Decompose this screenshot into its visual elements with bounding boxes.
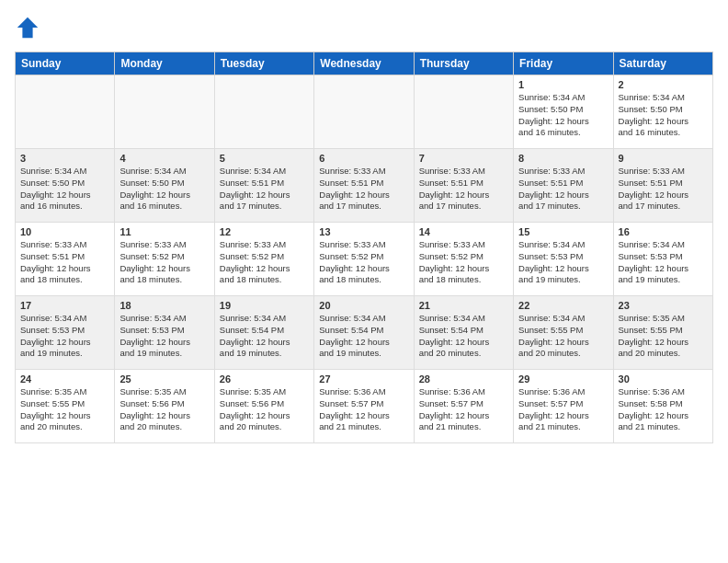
- calendar-cell: 27Sunrise: 5:36 AM Sunset: 5:57 PM Dayli…: [314, 370, 414, 443]
- calendar-cell: 9Sunrise: 5:33 AM Sunset: 5:51 PM Daylig…: [613, 149, 712, 223]
- calendar-cell: 17Sunrise: 5:34 AM Sunset: 5:53 PM Dayli…: [16, 296, 115, 370]
- day-info: Sunrise: 5:34 AM Sunset: 5:54 PM Dayligh…: [419, 313, 508, 360]
- day-number: 28: [419, 373, 508, 385]
- svg-marker-0: [17, 17, 38, 38]
- calendar-cell: 7Sunrise: 5:33 AM Sunset: 5:51 PM Daylig…: [414, 149, 513, 223]
- day-info: Sunrise: 5:35 AM Sunset: 5:55 PM Dayligh…: [20, 386, 109, 433]
- day-info: Sunrise: 5:35 AM Sunset: 5:56 PM Dayligh…: [119, 386, 209, 433]
- day-info: Sunrise: 5:34 AM Sunset: 5:53 PM Dayligh…: [619, 239, 708, 286]
- calendar-cell: 1Sunrise: 5:34 AM Sunset: 5:50 PM Daylig…: [514, 75, 613, 149]
- day-number: 1: [518, 79, 608, 90]
- calendar-cell: 5Sunrise: 5:34 AM Sunset: 5:51 PM Daylig…: [214, 149, 313, 223]
- day-number: 26: [220, 373, 309, 385]
- calendar-cell: 15Sunrise: 5:34 AM Sunset: 5:53 PM Dayli…: [514, 223, 613, 296]
- day-number: 10: [20, 226, 109, 237]
- day-number: 23: [619, 300, 708, 311]
- day-header-thursday: Thursday: [414, 52, 513, 75]
- calendar-week-5: 24Sunrise: 5:35 AM Sunset: 5:55 PM Dayli…: [16, 370, 713, 443]
- calendar-cell: 30Sunrise: 5:36 AM Sunset: 5:58 PM Dayli…: [613, 370, 712, 443]
- day-info: Sunrise: 5:36 AM Sunset: 5:58 PM Dayligh…: [619, 386, 708, 433]
- calendar-cell: 14Sunrise: 5:33 AM Sunset: 5:52 PM Dayli…: [414, 223, 513, 296]
- day-number: 12: [220, 226, 309, 237]
- day-info: Sunrise: 5:34 AM Sunset: 5:50 PM Dayligh…: [20, 166, 109, 213]
- day-info: Sunrise: 5:34 AM Sunset: 5:53 PM Dayligh…: [518, 239, 608, 286]
- day-info: Sunrise: 5:33 AM Sunset: 5:51 PM Dayligh…: [20, 239, 109, 286]
- calendar-week-1: 1Sunrise: 5:34 AM Sunset: 5:50 PM Daylig…: [16, 75, 713, 149]
- calendar-cell: [115, 75, 214, 149]
- calendar-cell: 25Sunrise: 5:35 AM Sunset: 5:56 PM Dayli…: [115, 370, 214, 443]
- day-info: Sunrise: 5:34 AM Sunset: 5:50 PM Dayligh…: [119, 166, 209, 213]
- calendar-cell: [314, 75, 414, 149]
- calendar-week-3: 10Sunrise: 5:33 AM Sunset: 5:51 PM Dayli…: [16, 223, 713, 296]
- calendar-cell: 23Sunrise: 5:35 AM Sunset: 5:55 PM Dayli…: [613, 296, 712, 370]
- day-number: 30: [619, 373, 708, 385]
- day-number: 18: [119, 300, 209, 311]
- calendar-cell: [16, 75, 115, 149]
- day-number: 19: [220, 300, 309, 311]
- day-number: 11: [119, 226, 209, 237]
- day-number: 5: [220, 153, 309, 164]
- day-info: Sunrise: 5:34 AM Sunset: 5:54 PM Dayligh…: [319, 313, 408, 360]
- day-info: Sunrise: 5:34 AM Sunset: 5:54 PM Dayligh…: [220, 313, 309, 360]
- day-number: 16: [619, 226, 708, 237]
- day-header-tuesday: Tuesday: [214, 52, 313, 75]
- calendar-cell: 20Sunrise: 5:34 AM Sunset: 5:54 PM Dayli…: [314, 296, 414, 370]
- calendar-cell: 12Sunrise: 5:33 AM Sunset: 5:52 PM Dayli…: [214, 223, 313, 296]
- day-header-sunday: Sunday: [16, 52, 115, 75]
- day-number: 8: [518, 153, 608, 164]
- calendar-cell: 29Sunrise: 5:36 AM Sunset: 5:57 PM Dayli…: [514, 370, 613, 443]
- calendar-cell: 19Sunrise: 5:34 AM Sunset: 5:54 PM Dayli…: [214, 296, 313, 370]
- day-info: Sunrise: 5:36 AM Sunset: 5:57 PM Dayligh…: [518, 386, 608, 433]
- logo-icon: [15, 15, 40, 40]
- calendar-cell: [414, 75, 513, 149]
- calendar-cell: 8Sunrise: 5:33 AM Sunset: 5:51 PM Daylig…: [514, 149, 613, 223]
- calendar-cell: [214, 75, 313, 149]
- day-info: Sunrise: 5:34 AM Sunset: 5:53 PM Dayligh…: [20, 313, 109, 360]
- calendar-week-2: 3Sunrise: 5:34 AM Sunset: 5:50 PM Daylig…: [16, 149, 713, 223]
- day-number: 15: [518, 226, 608, 237]
- day-number: 4: [119, 153, 209, 164]
- day-info: Sunrise: 5:36 AM Sunset: 5:57 PM Dayligh…: [319, 386, 408, 433]
- day-number: 21: [419, 300, 508, 311]
- day-number: 2: [619, 79, 708, 90]
- day-info: Sunrise: 5:34 AM Sunset: 5:55 PM Dayligh…: [518, 313, 608, 360]
- day-info: Sunrise: 5:34 AM Sunset: 5:50 PM Dayligh…: [518, 92, 608, 139]
- calendar-cell: 24Sunrise: 5:35 AM Sunset: 5:55 PM Dayli…: [16, 370, 115, 443]
- day-number: 27: [319, 373, 408, 385]
- calendar-cell: 6Sunrise: 5:33 AM Sunset: 5:51 PM Daylig…: [314, 149, 414, 223]
- day-number: 13: [319, 226, 408, 237]
- day-info: Sunrise: 5:33 AM Sunset: 5:52 PM Dayligh…: [220, 239, 309, 286]
- calendar-cell: 16Sunrise: 5:34 AM Sunset: 5:53 PM Dayli…: [613, 223, 712, 296]
- day-number: 20: [319, 300, 408, 311]
- logo: [15, 15, 44, 40]
- calendar-table: SundayMondayTuesdayWednesdayThursdayFrid…: [15, 52, 713, 443]
- day-number: 24: [20, 373, 109, 385]
- day-info: Sunrise: 5:33 AM Sunset: 5:51 PM Dayligh…: [619, 166, 708, 213]
- day-number: 25: [119, 373, 209, 385]
- day-info: Sunrise: 5:33 AM Sunset: 5:52 PM Dayligh…: [119, 239, 209, 286]
- calendar-cell: 22Sunrise: 5:34 AM Sunset: 5:55 PM Dayli…: [514, 296, 613, 370]
- day-header-wednesday: Wednesday: [314, 52, 414, 75]
- calendar-cell: 13Sunrise: 5:33 AM Sunset: 5:52 PM Dayli…: [314, 223, 414, 296]
- day-info: Sunrise: 5:34 AM Sunset: 5:51 PM Dayligh…: [220, 166, 309, 213]
- day-info: Sunrise: 5:34 AM Sunset: 5:53 PM Dayligh…: [119, 313, 209, 360]
- day-header-monday: Monday: [115, 52, 214, 75]
- day-number: 17: [20, 300, 109, 311]
- calendar-cell: 26Sunrise: 5:35 AM Sunset: 5:56 PM Dayli…: [214, 370, 313, 443]
- day-info: Sunrise: 5:33 AM Sunset: 5:52 PM Dayligh…: [319, 239, 408, 286]
- day-info: Sunrise: 5:33 AM Sunset: 5:51 PM Dayligh…: [319, 166, 408, 213]
- day-info: Sunrise: 5:34 AM Sunset: 5:50 PM Dayligh…: [619, 92, 708, 139]
- day-info: Sunrise: 5:35 AM Sunset: 5:56 PM Dayligh…: [220, 386, 309, 433]
- calendar-cell: 4Sunrise: 5:34 AM Sunset: 5:50 PM Daylig…: [115, 149, 214, 223]
- day-info: Sunrise: 5:33 AM Sunset: 5:52 PM Dayligh…: [419, 239, 508, 286]
- calendar-cell: 28Sunrise: 5:36 AM Sunset: 5:57 PM Dayli…: [414, 370, 513, 443]
- day-number: 22: [518, 300, 608, 311]
- day-number: 6: [319, 153, 408, 164]
- day-number: 29: [518, 373, 608, 385]
- calendar-cell: 2Sunrise: 5:34 AM Sunset: 5:50 PM Daylig…: [613, 75, 712, 149]
- calendar-cell: 11Sunrise: 5:33 AM Sunset: 5:52 PM Dayli…: [115, 223, 214, 296]
- page-header: [15, 15, 713, 40]
- day-info: Sunrise: 5:36 AM Sunset: 5:57 PM Dayligh…: [419, 386, 508, 433]
- calendar-cell: 3Sunrise: 5:34 AM Sunset: 5:50 PM Daylig…: [16, 149, 115, 223]
- day-number: 9: [619, 153, 708, 164]
